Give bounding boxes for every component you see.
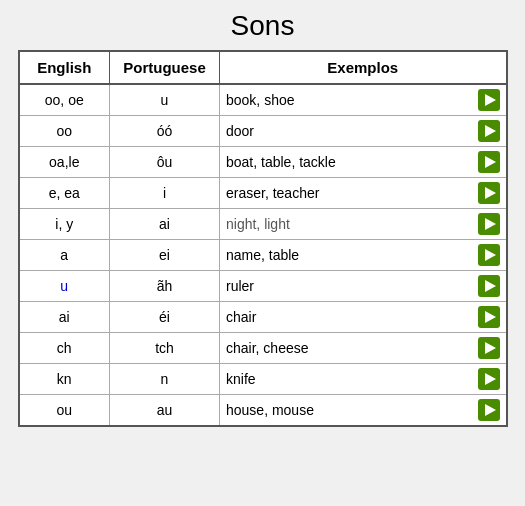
table-row: oo, oeubook, shoe xyxy=(20,84,506,116)
play-button[interactable] xyxy=(478,182,500,204)
cell-english: ai xyxy=(20,302,110,333)
cell-english: ch xyxy=(20,333,110,364)
play-button[interactable] xyxy=(478,306,500,328)
cell-exemplos: ruler xyxy=(220,271,506,302)
cell-portuguese: éi xyxy=(110,302,220,333)
table-row: e, eaieraser, teacher xyxy=(20,178,506,209)
exemplos-text: chair xyxy=(226,309,474,325)
cell-portuguese: ôu xyxy=(110,147,220,178)
cell-portuguese: ai xyxy=(110,209,220,240)
cell-english: oo xyxy=(20,116,110,147)
page-title: Sons xyxy=(231,10,295,42)
cell-english: i, y xyxy=(20,209,110,240)
header-exemplos: Exemplos xyxy=(220,52,506,84)
cell-english: e, ea xyxy=(20,178,110,209)
header-portuguese: Portuguese xyxy=(110,52,220,84)
table-row: aeiname, table xyxy=(20,240,506,271)
cell-exemplos: book, shoe xyxy=(220,84,506,116)
cell-exemplos: knife xyxy=(220,364,506,395)
table-row: uãhruler xyxy=(20,271,506,302)
cell-english: kn xyxy=(20,364,110,395)
table-row: i, yainight, light xyxy=(20,209,506,240)
play-button[interactable] xyxy=(478,337,500,359)
play-button[interactable] xyxy=(478,120,500,142)
cell-exemplos: house, mouse xyxy=(220,395,506,426)
play-button[interactable] xyxy=(478,151,500,173)
table-row: ooóódoor xyxy=(20,116,506,147)
cell-portuguese: ãh xyxy=(110,271,220,302)
table-row: oa,leôuboat, table, tackle xyxy=(20,147,506,178)
exemplos-text: eraser, teacher xyxy=(226,185,474,201)
cell-portuguese: ei xyxy=(110,240,220,271)
exemplos-text: ruler xyxy=(226,278,474,294)
cell-portuguese: u xyxy=(110,84,220,116)
table-row: chtchchair, cheese xyxy=(20,333,506,364)
cell-portuguese: óó xyxy=(110,116,220,147)
exemplos-text: door xyxy=(226,123,474,139)
cell-portuguese: au xyxy=(110,395,220,426)
play-button[interactable] xyxy=(478,89,500,111)
cell-english: oo, oe xyxy=(20,84,110,116)
cell-english: u xyxy=(20,271,110,302)
cell-exemplos: night, light xyxy=(220,209,506,240)
exemplos-text: name, table xyxy=(226,247,474,263)
exemplos-text: house, mouse xyxy=(226,402,474,418)
cell-english: ou xyxy=(20,395,110,426)
exemplos-text: book, shoe xyxy=(226,92,474,108)
table-header-row: English Portuguese Exemplos xyxy=(20,52,506,84)
table-row: knnknife xyxy=(20,364,506,395)
cell-exemplos: name, table xyxy=(220,240,506,271)
play-button[interactable] xyxy=(478,213,500,235)
play-button[interactable] xyxy=(478,399,500,421)
exemplos-text: night, light xyxy=(226,216,474,232)
cell-exemplos: eraser, teacher xyxy=(220,178,506,209)
cell-portuguese: n xyxy=(110,364,220,395)
cell-exemplos: door xyxy=(220,116,506,147)
play-button[interactable] xyxy=(478,368,500,390)
play-button[interactable] xyxy=(478,244,500,266)
sons-table: English Portuguese Exemplos oo, oeubook,… xyxy=(20,52,506,425)
exemplos-text: chair, cheese xyxy=(226,340,474,356)
cell-english: oa,le xyxy=(20,147,110,178)
cell-exemplos: chair, cheese xyxy=(220,333,506,364)
cell-exemplos: boat, table, tackle xyxy=(220,147,506,178)
table-container: English Portuguese Exemplos oo, oeubook,… xyxy=(18,50,508,427)
cell-english: a xyxy=(20,240,110,271)
header-english: English xyxy=(20,52,110,84)
cell-portuguese: tch xyxy=(110,333,220,364)
exemplos-text: boat, table, tackle xyxy=(226,154,474,170)
play-button[interactable] xyxy=(478,275,500,297)
table-row: aiéichair xyxy=(20,302,506,333)
exemplos-text: knife xyxy=(226,371,474,387)
cell-exemplos: chair xyxy=(220,302,506,333)
cell-portuguese: i xyxy=(110,178,220,209)
table-row: ouauhouse, mouse xyxy=(20,395,506,426)
